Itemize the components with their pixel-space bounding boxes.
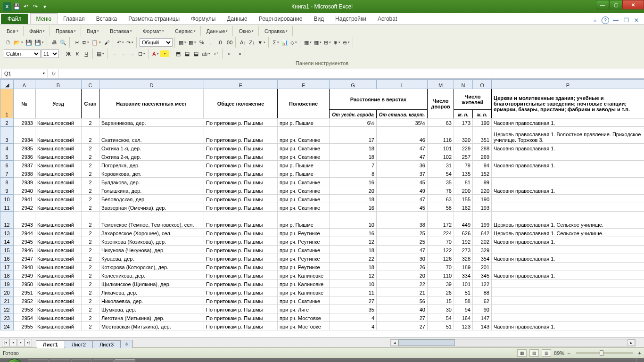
sheet-nav-prev-icon[interactable]: ◂ [9,339,17,346]
taskbar-app-icon[interactable]: 💾 [50,359,70,362]
row-header[interactable]: 20 [0,288,14,296]
zoom-in-icon[interactable]: + [638,350,641,356]
sortaz-icon[interactable]: A↓ [239,38,247,47]
window-maximize-button[interactable]: ▢ [609,0,622,9]
name-box[interactable]: Q1▾ [1,69,48,78]
table-row[interactable]: 152946Камышловский2Чикунова (Чекунова), … [0,246,644,254]
redo-icon[interactable]: ↷ [125,38,134,47]
zoom-level[interactable]: 89% [554,350,564,356]
col-header[interactable]: F [278,80,330,89]
orientation-icon[interactable]: ab [201,49,211,58]
taskbar-excel-icon[interactable]: X [115,359,135,362]
col-header[interactable]: D [99,80,204,89]
insert-icon[interactable]: ⊕ [332,38,341,47]
col-header[interactable]: G [330,80,377,89]
tab-acrobat[interactable]: Acrobat [372,14,403,24]
shapes-icon[interactable]: ◇ [289,38,298,47]
select-all-corner[interactable]: ◢ [0,80,14,89]
tab-pagelayout[interactable]: Разметка страницы [123,14,185,24]
autosum-icon[interactable]: Σ [272,38,280,47]
save-icon[interactable]: 💾 [12,2,21,11]
align-center-icon[interactable]: ≡ [119,49,128,58]
undo-icon[interactable]: ↶ [116,38,125,47]
sheet-tab[interactable]: Лист2 [65,340,93,348]
wrap-icon[interactable]: ↵ [212,49,220,58]
table-row[interactable]: 212952Камышловский2Николаевка, дер.По пр… [0,296,644,305]
bold-icon[interactable]: Ж [64,49,73,58]
menu-data[interactable]: Данные [204,26,231,36]
menu-file[interactable]: Файл [26,26,48,36]
redo-icon[interactable]: ↷ [31,2,40,11]
menu-edit[interactable]: Правка [53,26,79,36]
tab-formulas[interactable]: Формулы [185,14,221,24]
col-header[interactable]: B [35,80,82,89]
comma-icon[interactable]: , [206,38,215,47]
tab-home[interactable]: Главная [58,14,91,24]
preview-icon[interactable]: 🔍 [59,38,67,47]
col-header[interactable]: M [428,80,454,89]
row-header[interactable]: 14 [0,237,14,246]
row-header[interactable]: 22 [0,305,14,313]
column-header-row[interactable]: ◢ A B C D E F G L M N O P [0,80,644,89]
row-header[interactable]: 13 [0,229,14,237]
tab-data[interactable]: Данные [221,14,253,24]
table-row[interactable]: 232954Камышловский2Леготина (Митькина), … [0,313,644,322]
saveas-icon[interactable]: 💾 [33,38,45,47]
delete-icon[interactable]: ⊖ [342,38,351,47]
table-icon[interactable]: ▦ [303,38,313,47]
chart-icon[interactable]: 📊 [281,38,289,47]
row-header[interactable]: 11 [0,203,14,212]
fontcolor-icon[interactable]: A [151,49,160,58]
formatpainter-icon[interactable]: 🖌 [102,38,111,47]
menu-service[interactable]: Сервис [172,26,198,36]
help-icon[interactable]: ? [602,16,609,24]
row-header[interactable]: 17 [0,263,14,271]
font-name-select[interactable]: Calibri [4,49,41,58]
decdec-icon[interactable]: .00 [224,38,233,47]
pivot-icon[interactable]: ▦ [313,38,322,47]
taskbar-explorer-icon[interactable]: 📁 [28,359,49,362]
sheet-nav-first-icon[interactable]: |◂ [2,339,9,346]
menu-view[interactable]: Вид [84,26,102,36]
tab-insert[interactable]: Вставка [91,14,123,24]
scroll-right-icon[interactable]: ▸ [627,339,635,346]
table-row[interactable]: 182949Камышловский2Колесникова, дер.По п… [0,271,644,280]
table-row[interactable]: 162947Камышловский2Куваева, дер.По прито… [0,254,644,263]
align-left-icon[interactable]: ≡ [110,49,119,58]
window-close-button[interactable]: ✕ [622,0,644,9]
italic-icon[interactable]: К [73,49,82,58]
row-header[interactable]: 16 [0,254,14,263]
sheet-nav-last-icon[interactable]: ▸| [25,339,32,346]
taskbar-app-icon[interactable]: 🗂 [71,359,92,362]
col-header[interactable]: L [377,80,428,89]
table-row[interactable]: 122943Камышловский2Теменское (Темное, Те… [0,212,644,229]
table-row[interactable]: 242955Камышловский2Мостовская (Митькина)… [0,322,644,330]
col-header[interactable]: O [473,80,492,89]
col-header[interactable]: E [204,80,278,89]
row-header[interactable]: 5 [0,152,14,161]
view-pagelayout-icon[interactable]: ▤ [529,349,539,357]
fx-icon[interactable]: fx [49,71,58,76]
new-sheet-button[interactable]: ✧ [120,340,133,348]
paste-icon[interactable]: 📋 [91,38,102,47]
tab-menu[interactable]: Меню [30,13,58,24]
table-row[interactable]: 112942Камышловский2Заозерная (Омечиха), … [0,203,644,212]
sheet-tab[interactable]: Лист3 [92,340,121,348]
incdec-icon[interactable]: .0 [215,38,224,47]
print-icon[interactable]: 🖶 [50,38,58,47]
horizontal-scrollbar[interactable]: ◂ ▸ [390,339,636,346]
numberformat-select[interactable]: Общий [140,38,173,47]
row-header[interactable]: 8 [0,178,14,186]
table-row[interactable]: 52936Камышловский2Ожгиха 2-я, дер.По при… [0,152,644,161]
row-header[interactable]: 24 [0,322,14,330]
row-header[interactable]: 6 [0,161,14,169]
show-desktop-button[interactable] [636,358,641,362]
file-tab[interactable]: Файл [1,14,28,24]
row-header[interactable]: 19 [0,280,14,288]
menu-help[interactable]: Справка [262,26,290,36]
col-header[interactable]: P [492,80,644,89]
view-pagebreak-icon[interactable]: ▥ [542,349,551,357]
new-icon[interactable]: 🗋 [4,38,12,47]
row-header[interactable]: 7 [0,169,14,178]
start-button[interactable] [2,358,27,362]
